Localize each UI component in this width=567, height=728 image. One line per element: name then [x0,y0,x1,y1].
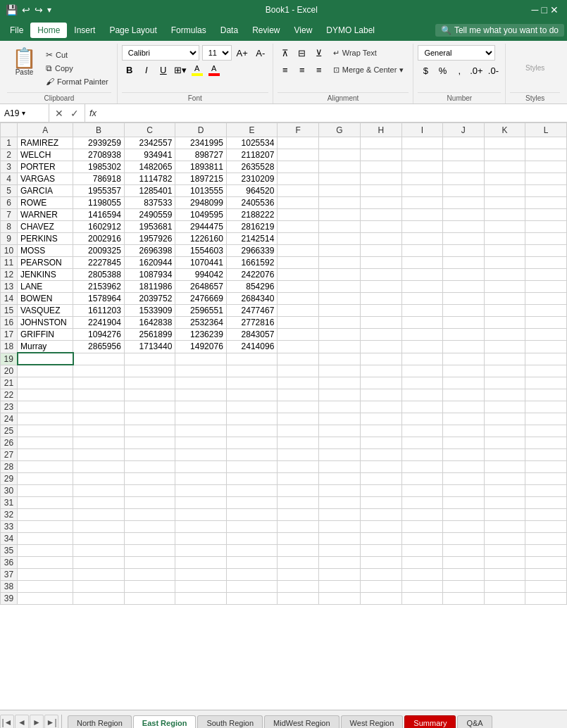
cell-D31[interactable] [175,496,227,508]
cell-C25[interactable] [124,425,175,437]
cell-A33[interactable] [18,520,73,532]
cell-H9[interactable] [360,233,401,245]
cell-H19[interactable] [360,353,401,365]
cell-C6[interactable]: 837533 [124,197,175,209]
cell-F31[interactable] [278,496,319,508]
cell-E30[interactable] [226,484,278,496]
cell-E27[interactable] [226,448,278,460]
cell-C7[interactable]: 2490559 [124,209,175,221]
cell-L20[interactable] [525,365,567,377]
cell-D25[interactable] [175,425,227,437]
cell-J31[interactable] [442,496,484,508]
cell-K8[interactable] [484,221,525,233]
cell-F37[interactable] [278,568,319,580]
scroll-next-tab[interactable]: ► [30,715,44,728]
cell-F19[interactable] [278,353,319,365]
cell-K32[interactable] [484,508,525,520]
cell-H21[interactable] [360,377,401,389]
cell-D23[interactable] [175,401,227,413]
cell-K37[interactable] [484,568,525,580]
cell-H10[interactable] [360,245,401,257]
cell-B7[interactable]: 1416594 [73,209,125,221]
cell-D30[interactable] [175,484,227,496]
cell-B26[interactable] [73,437,125,448]
increase-decimal-btn[interactable]: .0+ [468,63,484,78]
cell-J1[interactable] [442,137,484,149]
cell-H17[interactable] [360,329,401,341]
align-right-btn[interactable]: ≡ [311,62,327,77]
cell-J32[interactable] [442,508,484,520]
row-num-6[interactable]: 6 [1,197,18,209]
cell-C10[interactable]: 2696398 [124,245,175,257]
cell-D19[interactable] [175,353,227,365]
cell-C12[interactable]: 1087934 [124,269,175,281]
cell-I10[interactable] [401,245,442,257]
row-num-39[interactable]: 39 [1,592,18,604]
cell-C3[interactable]: 1482065 [124,161,175,173]
row-num-27[interactable]: 27 [1,448,18,460]
cell-D29[interactable] [175,472,227,484]
cell-L17[interactable] [525,329,567,341]
cell-E5[interactable]: 964520 [226,185,278,197]
cell-H37[interactable] [360,568,401,580]
tab-north-region[interactable]: North Region [68,715,132,728]
cell-H7[interactable] [360,209,401,221]
cell-A35[interactable] [18,544,73,556]
cell-K24[interactable] [484,413,525,425]
cell-I33[interactable] [401,520,442,532]
cell-K16[interactable] [484,317,525,329]
cell-J34[interactable] [442,532,484,544]
cell-B20[interactable] [73,365,125,377]
tab-east-region[interactable]: East Region [133,715,197,728]
cell-A1[interactable]: RAMIREZ [18,137,73,149]
cell-C35[interactable] [124,544,175,556]
cell-J28[interactable] [442,460,484,472]
cell-G20[interactable] [319,365,361,377]
cell-C9[interactable]: 1957926 [124,233,175,245]
cell-F9[interactable] [278,233,319,245]
cell-G5[interactable] [319,185,361,197]
cell-B4[interactable]: 786918 [73,173,125,185]
row-num-29[interactable]: 29 [1,472,18,484]
cell-E3[interactable]: 2635528 [226,161,278,173]
row-num-38[interactable]: 38 [1,580,18,592]
align-left-btn[interactable]: ≡ [278,62,293,77]
cell-D36[interactable] [175,556,227,568]
col-header-D[interactable]: D [175,123,227,137]
cell-H15[interactable] [360,305,401,317]
cell-A24[interactable] [18,413,73,425]
cell-K31[interactable] [484,496,525,508]
cell-C38[interactable] [124,580,175,592]
cell-A31[interactable] [18,496,73,508]
increase-font-btn[interactable]: A+ [235,45,250,61]
cell-L16[interactable] [525,317,567,329]
cell-I25[interactable] [401,425,442,437]
cell-C8[interactable]: 1953681 [124,221,175,233]
cell-J33[interactable] [442,520,484,532]
cell-B38[interactable] [73,580,125,592]
cell-B33[interactable] [73,520,125,532]
cell-E1[interactable]: 1025534 [226,137,278,149]
col-header-F[interactable]: F [278,123,319,137]
cell-A38[interactable] [18,580,73,592]
cell-L31[interactable] [525,496,567,508]
row-num-28[interactable]: 28 [1,460,18,472]
cell-E9[interactable]: 2142514 [226,233,278,245]
cell-G26[interactable] [319,437,361,448]
col-header-G[interactable]: G [319,123,361,137]
cell-J25[interactable] [442,425,484,437]
cell-B3[interactable]: 1985302 [73,161,125,173]
cell-F32[interactable] [278,508,319,520]
cell-H24[interactable] [360,413,401,425]
cell-J3[interactable] [442,161,484,173]
cut-button[interactable]: ✂ Cut [43,49,111,61]
undo-icon[interactable]: ↩ [22,4,30,15]
col-header-H[interactable]: H [360,123,401,137]
cell-L5[interactable] [525,185,567,197]
row-num-24[interactable]: 24 [1,413,18,425]
cell-G22[interactable] [319,389,361,401]
cell-E17[interactable]: 2843057 [226,329,278,341]
cell-J11[interactable] [442,257,484,269]
cell-A4[interactable]: VARGAS [18,173,73,185]
menu-home[interactable]: Home [30,23,67,38]
